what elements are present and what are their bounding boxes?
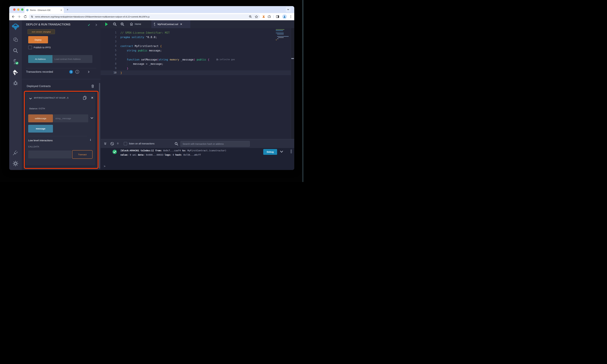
copy-address-icon[interactable]: [83, 96, 87, 100]
code-line[interactable]: 2pragma solidity ^0.8.0;: [101, 35, 294, 39]
zoom-in-icon[interactable]: [120, 22, 124, 26]
terminal-search-icon: [174, 142, 178, 145]
contract-instance-header[interactable]: MYFIRSTCONTRACT AT 0X10F...5: [34, 97, 78, 99]
browser-toolbar: remix.ethereum.org/#lang=en&optimize=fal…: [9, 13, 294, 20]
terminal-prompt[interactable]: >: [104, 165, 106, 168]
pending-tx-count: 0: [117, 142, 119, 145]
publish-ipfs-label: Publish to IPFS: [34, 46, 51, 49]
browser-tab-strip: Remix - Ethereum IDE ✕ +: [9, 6, 294, 13]
transactions-expand-chevron-icon[interactable]: [88, 71, 90, 73]
tab-myfirstcontract[interactable]: MyFirstContract.sol ✕: [151, 20, 191, 28]
code-line[interactable]: 10}: [101, 71, 294, 75]
screenshot-background: Remix - Ethereum IDE ✕ + remix.ethereum.…: [0, 0, 304, 182]
calldata-label: CALLDATA: [28, 145, 39, 148]
zoom-out-icon[interactable]: [113, 22, 117, 26]
tab-close-icon[interactable]: ✕: [60, 9, 62, 11]
new-tab-button[interactable]: +: [67, 8, 68, 11]
code-line[interactable]: 3: [101, 39, 294, 44]
search-icon[interactable]: [9, 48, 22, 53]
terminal-scrollbar[interactable]: [290, 149, 292, 154]
address-bar[interactable]: remix.ethereum.org/#lang=en&optimize=fal…: [29, 14, 260, 19]
code-line[interactable]: 9 }: [101, 66, 294, 71]
listen-all-tx-label: listen on all transactions: [129, 142, 155, 145]
deployed-contracts-title: Deployed Contracts: [27, 85, 51, 88]
debugger-icon[interactable]: [9, 80, 22, 86]
code-line[interactable]: 6: [101, 53, 294, 57]
transact-button[interactable]: Transact: [72, 150, 92, 159]
browser-profile-avatar[interactable]: [282, 14, 287, 19]
editor-overview-ruler[interactable]: [291, 28, 294, 139]
terminal-search-input[interactable]: Search with transaction hash or address: [180, 141, 250, 147]
toolbar-separator: [273, 15, 274, 18]
panel-scrollbar[interactable]: [99, 83, 100, 169]
editor-minimap[interactable]: [276, 29, 289, 49]
calldata-input[interactable]: [28, 151, 71, 158]
reload-button[interactable]: [23, 15, 27, 18]
clear-console-icon[interactable]: [110, 142, 114, 146]
at-address-button[interactable]: At Address: [28, 55, 53, 63]
side-panel-icon[interactable]: [276, 15, 280, 19]
expand-terminal-icon[interactable]: [104, 142, 107, 145]
back-button[interactable]: [11, 15, 15, 18]
code-line[interactable]: 8 message = _message;: [101, 62, 294, 66]
low-level-title: Low level interactions: [28, 139, 53, 142]
zoom-page-icon[interactable]: [249, 15, 252, 18]
remove-contract-icon[interactable]: ✕: [91, 96, 93, 100]
editor-area: Home MyFirstContract.sol ✕ 1// SPDX-Lice…: [101, 20, 294, 170]
expand-args-chevron-icon[interactable]: [90, 117, 93, 119]
transactions-recorded-label: Transactions recorded: [26, 70, 53, 73]
debug-button[interactable]: Debug: [263, 149, 277, 155]
clear-deployed-trash-icon[interactable]: [91, 84, 94, 88]
set-message-input[interactable]: string _message: [53, 114, 88, 122]
low-level-info-icon[interactable]: i: [90, 138, 91, 142]
tx-success-check-icon: [112, 149, 117, 154]
plugin-manager-icon[interactable]: [9, 150, 22, 156]
home-tab-label: Home: [135, 23, 141, 26]
file-explorer-icon[interactable]: [9, 37, 22, 43]
publish-ipfs-checkbox[interactable]: [28, 46, 32, 49]
code-lines: 1// SPDX-License-Identifier: MIT2pragma …: [101, 30, 294, 75]
listen-all-tx-checkbox[interactable]: [124, 142, 127, 145]
transactions-info-icon[interactable]: [75, 70, 79, 74]
close-file-tab-icon[interactable]: ✕: [180, 23, 182, 26]
remix-logo-icon[interactable]: [9, 23, 22, 30]
zoom-window-button[interactable]: [21, 8, 23, 11]
extensions-puzzle-icon[interactable]: [268, 15, 272, 19]
evm-version-badge: evm version: shanghai: [27, 29, 55, 34]
metamask-extension-icon[interactable]: [262, 15, 265, 19]
solidity-compiler-icon[interactable]: [9, 59, 22, 65]
deploy-run-icon[interactable]: [9, 69, 22, 76]
tab-home[interactable]: Home: [130, 22, 141, 26]
code-line[interactable]: 7 function setMessage(string memory _mes…: [101, 57, 294, 62]
deploy-run-panel: DEPLOY & RUN TRANSACTIONS ✓ evm version:…: [22, 20, 101, 170]
browser-menu-kebab-icon[interactable]: [289, 15, 293, 18]
close-window-button[interactable]: [13, 8, 15, 11]
browser-tab[interactable]: Remix - Ethereum IDE ✕: [24, 7, 64, 13]
site-settings-icon[interactable]: [31, 15, 33, 18]
settings-gear-icon[interactable]: [9, 161, 22, 166]
at-address-input[interactable]: Load contract from Address: [53, 55, 92, 63]
contract-collapse-chevron-icon[interactable]: [29, 97, 32, 100]
message-getter-button[interactable]: message: [28, 125, 53, 132]
code-line[interactable]: 5 string public message;: [101, 48, 294, 53]
editor-scrollbar-thumb[interactable]: [291, 58, 294, 59]
minimize-window-button[interactable]: [17, 8, 19, 11]
code-line[interactable]: 1// SPDX-License-Identifier: MIT: [101, 30, 294, 35]
compile-success-check-icon: ✓: [88, 23, 90, 27]
panel-collapse-chevron-icon[interactable]: [95, 24, 97, 26]
tx-log-line-2[interactable]: value: 0 wei data: 0x608...60033 logs: 0…: [120, 154, 201, 156]
tab-search-chevron-icon[interactable]: [286, 7, 291, 12]
set-message-button[interactable]: setMessage: [28, 114, 53, 122]
code-line[interactable]: 4contract MyFirstContract {: [101, 44, 294, 48]
run-script-play-icon[interactable]: [105, 22, 108, 26]
forward-button[interactable]: [17, 15, 21, 18]
code-editor[interactable]: 1// SPDX-License-Identifier: MIT2pragma …: [101, 28, 294, 139]
terminal-log: [block:4994361 txIndex:1] from: 0x9cf...…: [101, 148, 294, 170]
tx-log-line-1[interactable]: [block:4994361 txIndex:1] from: 0x9cf...…: [120, 149, 226, 152]
solidity-file-icon: [154, 23, 156, 26]
browser-window: Remix - Ethereum IDE ✕ + remix.ethereum.…: [9, 6, 294, 170]
bookmark-star-icon[interactable]: [255, 15, 258, 18]
log-collapse-chevron-icon[interactable]: [280, 150, 283, 153]
deploy-button[interactable]: Deploy: [28, 36, 48, 43]
editor-tabbar: Home MyFirstContract.sol ✕: [101, 20, 294, 28]
